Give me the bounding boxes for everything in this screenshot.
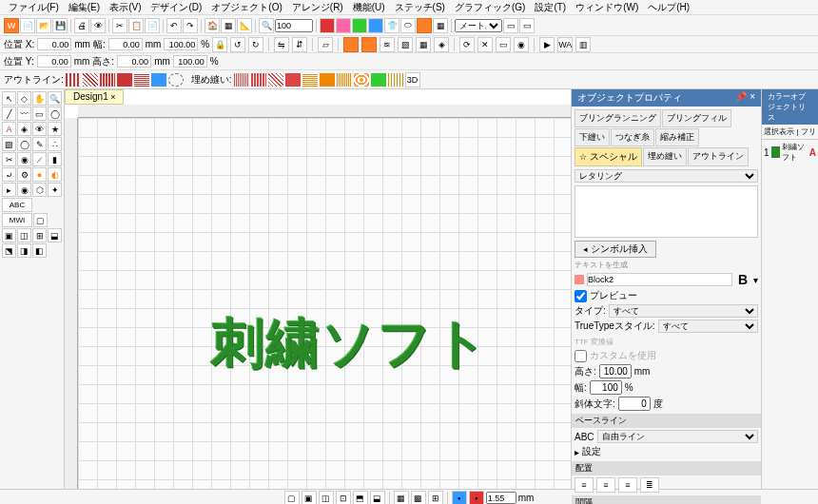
shirt-icon[interactable]: 👕 [384, 18, 399, 33]
pos-x-input[interactable] [37, 38, 71, 50]
fill-stitch-5[interactable] [302, 73, 318, 87]
outline-stitch-3[interactable] [100, 73, 115, 87]
save-button[interactable]: 💾 [52, 18, 68, 33]
star-tool[interactable]: ★ [48, 122, 62, 136]
tool-wa[interactable]: WA [557, 37, 573, 52]
line-tool[interactable]: ╱ [2, 107, 16, 121]
tab-bling-run[interactable]: ブリングランニング [575, 109, 661, 127]
extra-9[interactable]: ⬓ [48, 228, 62, 242]
convert-icon[interactable]: ⟳ [459, 37, 475, 52]
knife-tool[interactable]: ✂ [2, 152, 16, 166]
bezier-tool[interactable]: ⟋ [32, 152, 47, 166]
letter-width-input[interactable] [590, 380, 622, 395]
extra-1[interactable]: ▸ [2, 183, 16, 197]
color-object-item[interactable]: 1 刺繍ソフト A [762, 140, 818, 165]
outline-stitch-5[interactable] [134, 73, 149, 87]
extra-11[interactable]: ◨ [17, 243, 31, 258]
width-input[interactable] [108, 38, 143, 50]
tab-underlay[interactable]: 下縫い [575, 128, 610, 146]
rect-tool[interactable]: ▭ [32, 107, 47, 121]
lettering-type-select[interactable]: レタリング [575, 169, 758, 183]
monogram-tool[interactable]: ◈ [17, 122, 31, 136]
align-left-button[interactable]: ≡ [575, 477, 594, 493]
bt-4[interactable]: ⊡ [336, 491, 351, 505]
tool-d[interactable]: ▭ [519, 18, 535, 33]
tool-a[interactable] [417, 18, 432, 33]
rotate-left-icon[interactable]: ↺ [230, 37, 245, 52]
rotate-right-icon[interactable]: ↻ [248, 37, 263, 52]
align-right-button[interactable]: ≡ [618, 477, 637, 493]
menu-arrange[interactable]: アレンジ(R) [287, 1, 348, 14]
zoom-input[interactable] [275, 19, 313, 32]
font-dropdown-icon[interactable]: ▾ [753, 275, 758, 285]
custom-checkbox[interactable] [575, 350, 587, 362]
extra-12[interactable]: ◧ [32, 243, 47, 258]
menu-graphic[interactable]: グラフィック(G) [450, 1, 530, 14]
3d-button[interactable]: 3D [405, 72, 420, 87]
tool-wi[interactable]: ▥ [575, 37, 591, 52]
outline-stitch-6[interactable] [151, 73, 166, 87]
fill-tool[interactable]: ▨ [2, 137, 16, 151]
outline-stitch-4[interactable] [117, 73, 132, 87]
design-canvas[interactable]: 刺繍ソフト [78, 118, 571, 489]
extra-5[interactable]: ▢ [33, 213, 48, 227]
tool-mwi[interactable]: MWI [2, 213, 32, 227]
ruler-button[interactable]: 📐 [237, 18, 252, 33]
turn-tool[interactable]: ⤾ [2, 167, 16, 182]
skew-icon[interactable]: ▱ [318, 37, 333, 52]
type-select[interactable]: すべて [609, 304, 758, 318]
embroidery-text[interactable]: 刺繍ソフト [211, 308, 490, 380]
menu-stitch[interactable]: ステッチ(S) [390, 1, 450, 14]
bt-8[interactable]: ▩ [411, 491, 426, 505]
extra-3[interactable]: ⬡ [32, 183, 47, 197]
spray-tool[interactable]: ∴ [48, 137, 62, 151]
bt-1[interactable]: ▢ [284, 491, 300, 505]
spacing-input[interactable] [486, 492, 516, 504]
bt-11[interactable]: ▪ [469, 491, 484, 505]
open-button[interactable]: 📂 [36, 18, 51, 33]
tab-bling-fill[interactable]: ブリングフィル [662, 109, 731, 127]
bt-2[interactable]: ▣ [302, 491, 317, 505]
align-justify-button[interactable]: ≣ [640, 477, 659, 493]
fill-stitch-2[interactable] [251, 73, 266, 87]
height-pct-input[interactable] [173, 55, 207, 68]
settings-expand-icon[interactable]: ▸ [575, 447, 579, 457]
bt-7[interactable]: ▦ [394, 491, 409, 505]
pos-y-input[interactable] [37, 55, 71, 68]
grid-button[interactable]: ▦ [221, 18, 236, 33]
tab-special[interactable]: ☆ スペシャル [575, 147, 642, 166]
new-button[interactable]: 📄 [20, 18, 35, 33]
bt-5[interactable]: ⬒ [353, 491, 368, 505]
home-button[interactable]: 🏠 [204, 18, 220, 33]
symbol-insert-button[interactable]: ◂ シンボル挿入 [575, 241, 656, 258]
flip-h-icon[interactable]: ⇋ [274, 37, 289, 52]
hole-tool[interactable]: ◉ [17, 152, 31, 166]
color-tool-4[interactable] [368, 18, 383, 33]
tab-connector[interactable]: つなぎ糸 [611, 128, 654, 146]
stitch-tool-5[interactable]: ▦ [416, 37, 431, 52]
tab-pullcomp[interactable]: 縮み補正 [655, 128, 699, 146]
preview-button[interactable]: 👁 [90, 18, 106, 33]
fill-stitch-6[interactable] [320, 73, 335, 87]
bead-tool[interactable]: ◐ [48, 167, 62, 182]
extra-6[interactable]: ▣ [2, 228, 16, 242]
tool-x[interactable]: ✕ [477, 37, 493, 52]
stitch-tool-6[interactable]: ◈ [434, 37, 449, 52]
curve-tool[interactable]: 〰 [17, 107, 31, 121]
pan-tool[interactable]: ✋ [32, 91, 47, 106]
truetype-select[interactable]: すべて [658, 320, 758, 333]
bt-3[interactable]: ◫ [319, 491, 334, 505]
redo-button[interactable]: ↷ [183, 18, 198, 33]
tool-c[interactable]: ▭ [503, 18, 518, 33]
outline-stitch-2[interactable] [83, 73, 98, 87]
cut-button[interactable]: ✂ [112, 18, 127, 33]
copy-button[interactable]: 📋 [128, 18, 144, 33]
panel-pin-icon[interactable]: 📌 × [735, 91, 755, 105]
zoom-in-button[interactable]: 🔍 [259, 18, 274, 33]
outline-stitch-1[interactable] [66, 73, 81, 87]
extra-2[interactable]: ◉ [17, 183, 31, 197]
bt-6[interactable]: ⬓ [370, 491, 385, 505]
tool-b[interactable]: ▦ [433, 18, 448, 33]
letter-height-input[interactable] [599, 364, 632, 378]
eye-tool[interactable]: 👁 [32, 122, 47, 136]
